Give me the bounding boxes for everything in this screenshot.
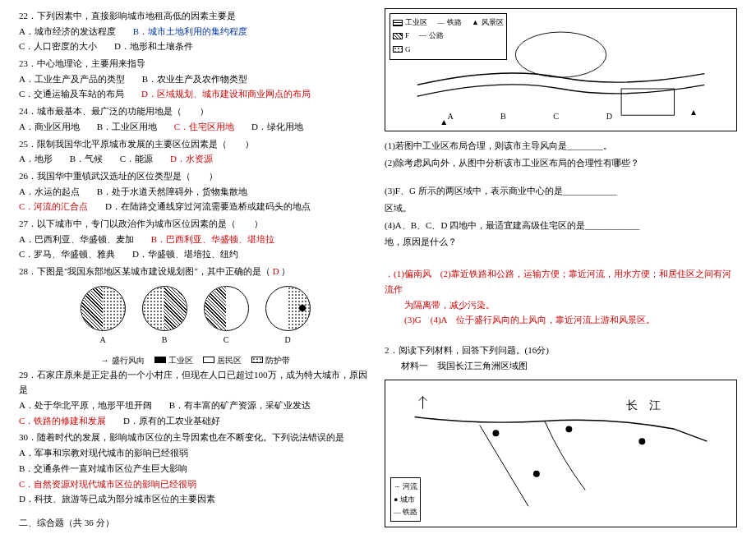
q27-opt-b: B．巴西利亚、华盛顿、堪培拉 [151, 232, 274, 247]
legend-city-2: ● 城市 [394, 494, 417, 506]
sub-3a: (3)F、G 所示的两区域中，表示商业中心的是____________ [385, 183, 737, 199]
q23-opt-d: D．区域规划、城市建设和商业网点的布局 [141, 86, 311, 102]
question-23: 23．中心地理论，主要用来指导 A．工业生产及产品的类型 B．农业生产及农作物类… [19, 56, 371, 102]
q29-opt-d: D．原有的工农业基础好 [123, 413, 220, 429]
legend-wind: → 盛行风向 [101, 353, 145, 367]
q27-opt-c: C．罗马、华盛顿、雅典 [19, 246, 115, 262]
q25-opt-c: C．能源 [120, 151, 153, 167]
q23-opt-b: B．农业生产及农作物类型 [142, 71, 247, 87]
q22-opt-b: B．城市土地利用的集约程度 [133, 24, 247, 39]
diag-a-label: A [81, 333, 126, 347]
left-column: 22．下列因素中，直接影响城市地租高低的因素主要是 A．城市经济的发达程度 B．… [12, 8, 378, 526]
question-26: 26．我国华中重镇武汉选址的区位类型是（ ） A．水运的起点 B．处于水道天然障… [19, 168, 371, 214]
q26-stem: 26．我国华中重镇武汉选址的区位类型是（ ） [19, 171, 218, 181]
q30-stem: 30．随着时代的发展，影响城市区位的主导因素也在不断变化。下列说法错误的是 [19, 432, 344, 442]
material-1: 材料一 我国长江三角洲区域图 [385, 358, 737, 374]
q24-opt-a: A．商业区用地 [19, 119, 80, 135]
svg-text:C: C [553, 112, 559, 121]
q30-opt-c: C．自然资源对现代城市区位的影响已经很弱 [19, 476, 196, 492]
subquestion-2: 2．阅读下列材料，回答下列问题。(16分) [385, 343, 737, 358]
legend-residential: 居民区 [203, 353, 242, 367]
question-27: 27．以下城市中，专门以政治作为城市区位因素的是（ ） A．巴西利亚、华盛顿、麦… [19, 216, 371, 262]
svg-text:▲: ▲ [440, 117, 448, 127]
q23-opt-c: C．交通运输及车站的布局 [19, 86, 124, 102]
diagram-d: D [265, 286, 311, 347]
q22-opt-a: A．城市经济的发达程度 [19, 24, 116, 39]
q23-opt-a: A．工业生产及产品的类型 [19, 71, 125, 87]
right-column: 工业区 — 铁路 ▲ 风景区 F --- 公路 G A ▲ B C D ▲ (1… [378, 8, 744, 526]
svg-text:B: B [500, 112, 506, 121]
svg-point-20 [565, 426, 572, 433]
q27-opt-d: D．华盛顿、堪培拉、纽约 [132, 246, 238, 262]
svg-text:D: D [606, 112, 612, 121]
q30-opt-a: A．军事和宗教对现代城市的影响已经很弱 [19, 445, 188, 461]
circle-diagrams: A B C D [19, 286, 371, 347]
yangtze-map-svg: 长 江 [390, 384, 732, 522]
sub-3b: 区域。 [385, 200, 737, 216]
q27-opt-a: A．巴西利亚、华盛顿、麦加 [19, 232, 134, 247]
sub-2: (2)除考虑风向外，从图中分析该市工业区布局的合理性有哪些？ [385, 155, 737, 171]
diagram-a: A [81, 286, 126, 347]
q25-opt-a: A．地形 [19, 151, 53, 167]
q24-opt-b: B．工业区用地 [97, 119, 157, 135]
diag-b-label: B [142, 333, 187, 347]
q22-stem: 22．下列因素中，直接影响城市地租高低的因素主要是 [19, 11, 236, 21]
q22-opt-c: C．人口密度的大小 [19, 39, 97, 54]
question-29: 29．石家庄原来是正定县的一个小村庄，但现在人口已超过100万，成为特大城市，原… [19, 367, 371, 429]
industrial-map: 工业区 — 铁路 ▲ 风景区 F --- 公路 G A ▲ B C D ▲ [385, 8, 737, 131]
diag-d-label: D [265, 333, 311, 347]
q24-opt-c: C．住宅区用地 [174, 119, 234, 135]
q25-stem: 25．限制我国华北平原城市发展的主要区位因素是（ ） [19, 139, 254, 149]
answer-line-3: (3)G (4)A 位于盛行风向的上风向，靠近河流上游和风景区。 [385, 312, 737, 328]
question-22: 22．下列因素中，直接影响城市地租高低的因素主要是 A．城市经济的发达程度 B．… [19, 8, 371, 54]
question-28: 28．下图是"我国东部地区某城市建设规划图"，其中正确的是（ D ） [19, 264, 371, 279]
q29-opt-c: C．铁路的修建和发展 [19, 413, 106, 429]
answer-line-1: ．(1)偏南风 (2)靠近铁路和公路，运输方便；靠近河流，用水方便；和居住区之间… [385, 266, 737, 297]
diagram-b: B [142, 286, 187, 347]
q28-stem-post: ） [281, 266, 290, 276]
q24-stem: 24．城市最基本、最广泛的功能用地是（ ） [19, 106, 209, 116]
q28-answer: D [273, 266, 279, 276]
q24-opt-d: D．绿化用地 [251, 119, 303, 135]
sub-1: (1)若图中工业区布局合理，则该市主导风向是________。 [385, 138, 737, 154]
yangtze-map-legend: ～ 河流 ● 城市 — 铁路 [390, 477, 421, 522]
q26-opt-a: A．水运的起点 [19, 184, 80, 200]
q22-opt-d: D．地形和土壤条件 [114, 39, 193, 54]
question-30: 30．随着时代的发展，影响城市区位的主导因素也在不断变化。下列说法错误的是 A．… [19, 430, 371, 506]
q26-opt-b: B．处于水道天然障碍外，货物集散地 [97, 184, 247, 200]
legend-river-2: ～ 河流 [394, 481, 417, 493]
svg-point-22 [533, 471, 540, 477]
diagram-legend: → 盛行风向 工业区 居民区 防护带 [19, 353, 371, 367]
diag-c-label: C [204, 333, 249, 347]
legend-f: F --- 公路 [393, 30, 504, 42]
q27-stem: 27．以下城市中，专门以政治作为城市区位因素的是（ ） [19, 219, 263, 228]
yangtze-delta-map: 长 江 ～ 河流 ● 城市 — 铁路 [385, 380, 737, 527]
sub-4b: 地，原因是什么？ [385, 234, 737, 250]
question-24: 24．城市最基本、最广泛的功能用地是（ ） A．商业区用地 B．工业区用地 C．… [19, 104, 371, 134]
industrial-map-legend: 工业区 — 铁路 ▲ 风景区 F --- 公路 G [390, 13, 507, 60]
q29-opt-a: A．处于华北平原，地形平坦开阔 [19, 398, 152, 413]
q30-opt-b: B．交通条件一直对城市区位产生巨大影响 [19, 461, 187, 476]
legend-industrial: 工业区 [154, 353, 193, 367]
svg-text:▲: ▲ [689, 108, 698, 117]
q29-opt-b: B．有丰富的矿产资源，采矿业发达 [169, 398, 311, 413]
svg-text:A: A [448, 112, 454, 121]
q29-stem: 29．石家庄原来是正定县的一个小村庄，但现在人口已超过100万，成为特大城市，原… [19, 370, 367, 395]
diagram-c: C [204, 286, 249, 347]
svg-text:长　江: 长 江 [626, 399, 661, 412]
legend-greenbelt: 防护带 [251, 353, 290, 367]
q28-stem-pre: 28．下图是"我国东部地区某城市建设规划图"，其中正确的是（ [19, 266, 270, 276]
question-25: 25．限制我国华北平原城市发展的主要区位因素是（ ） A．地形 B．气候 C．能… [19, 136, 371, 167]
sub-4a: (4)A、B、C、D 四地中，最适宜建高级住宅区的是____________ [385, 218, 737, 233]
legend-rail-2: — 铁路 [394, 506, 417, 518]
q23-stem: 23．中心地理论，主要用来指导 [19, 58, 145, 68]
section-2-heading: 二、综合题（共 36 分） [19, 515, 371, 531]
svg-point-21 [638, 438, 645, 444]
legend-g: G [393, 44, 504, 56]
answer-line-2: 为隔离带，减少污染。 [385, 297, 737, 313]
svg-point-8 [515, 32, 606, 77]
q25-opt-b: B．气候 [70, 151, 103, 167]
legend-ind-zone: 工业区 — 铁路 ▲ 风景区 [393, 16, 504, 29]
q30-opt-d: D．科技、旅游等已成为部分城市区位的主要因素 [19, 491, 215, 507]
q26-opt-c: C．河流的汇合点 [19, 199, 88, 214]
